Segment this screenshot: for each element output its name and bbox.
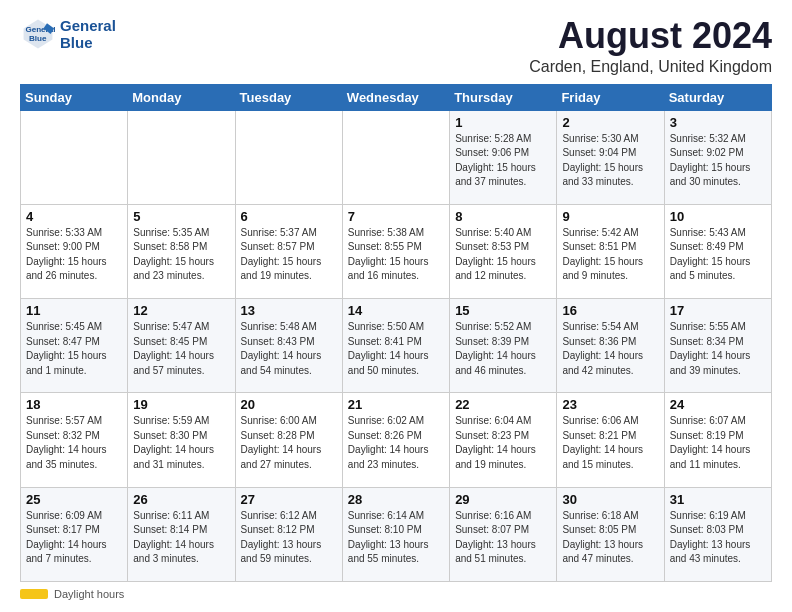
day-info: Sunrise: 6:11 AM Sunset: 8:14 PM Dayligh… — [133, 509, 229, 567]
day-info: Sunrise: 6:07 AM Sunset: 8:19 PM Dayligh… — [670, 414, 766, 472]
day-number: 21 — [348, 397, 444, 412]
calendar-week-row: 11Sunrise: 5:45 AM Sunset: 8:47 PM Dayli… — [21, 299, 772, 393]
day-number: 14 — [348, 303, 444, 318]
calendar-cell: 10Sunrise: 5:43 AM Sunset: 8:49 PM Dayli… — [664, 204, 771, 298]
calendar-cell: 1Sunrise: 5:28 AM Sunset: 9:06 PM Daylig… — [450, 110, 557, 204]
calendar-cell: 16Sunrise: 5:54 AM Sunset: 8:36 PM Dayli… — [557, 299, 664, 393]
day-number: 17 — [670, 303, 766, 318]
calendar-cell: 15Sunrise: 5:52 AM Sunset: 8:39 PM Dayli… — [450, 299, 557, 393]
calendar-cell: 24Sunrise: 6:07 AM Sunset: 8:19 PM Dayli… — [664, 393, 771, 487]
calendar-cell: 17Sunrise: 5:55 AM Sunset: 8:34 PM Dayli… — [664, 299, 771, 393]
day-number: 18 — [26, 397, 122, 412]
logo: General Blue General Blue — [20, 16, 116, 52]
page: General Blue General Blue August 2024 Ca… — [0, 0, 792, 612]
day-info: Sunrise: 6:06 AM Sunset: 8:21 PM Dayligh… — [562, 414, 658, 472]
calendar-week-row: 4Sunrise: 5:33 AM Sunset: 9:00 PM Daylig… — [21, 204, 772, 298]
calendar-week-row: 1Sunrise: 5:28 AM Sunset: 9:06 PM Daylig… — [21, 110, 772, 204]
day-number: 5 — [133, 209, 229, 224]
calendar-cell: 26Sunrise: 6:11 AM Sunset: 8:14 PM Dayli… — [128, 487, 235, 581]
title-block: August 2024 Carden, England, United King… — [529, 16, 772, 76]
daylight-bar-icon — [20, 589, 48, 599]
logo-icon: General Blue — [20, 16, 56, 52]
day-number: 2 — [562, 115, 658, 130]
day-number: 31 — [670, 492, 766, 507]
day-number: 11 — [26, 303, 122, 318]
calendar-cell — [21, 110, 128, 204]
calendar-day-header: Tuesday — [235, 84, 342, 110]
day-info: Sunrise: 5:40 AM Sunset: 8:53 PM Dayligh… — [455, 226, 551, 284]
calendar-day-header: Wednesday — [342, 84, 449, 110]
calendar-week-row: 18Sunrise: 5:57 AM Sunset: 8:32 PM Dayli… — [21, 393, 772, 487]
day-number: 28 — [348, 492, 444, 507]
calendar-cell: 12Sunrise: 5:47 AM Sunset: 8:45 PM Dayli… — [128, 299, 235, 393]
day-number: 30 — [562, 492, 658, 507]
calendar-cell: 6Sunrise: 5:37 AM Sunset: 8:57 PM Daylig… — [235, 204, 342, 298]
calendar-cell — [342, 110, 449, 204]
calendar-cell: 22Sunrise: 6:04 AM Sunset: 8:23 PM Dayli… — [450, 393, 557, 487]
calendar-day-header: Friday — [557, 84, 664, 110]
day-number: 22 — [455, 397, 551, 412]
calendar-cell: 31Sunrise: 6:19 AM Sunset: 8:03 PM Dayli… — [664, 487, 771, 581]
calendar-cell: 13Sunrise: 5:48 AM Sunset: 8:43 PM Dayli… — [235, 299, 342, 393]
day-info: Sunrise: 5:47 AM Sunset: 8:45 PM Dayligh… — [133, 320, 229, 378]
day-number: 1 — [455, 115, 551, 130]
logo-line1: General — [60, 17, 116, 34]
day-info: Sunrise: 5:57 AM Sunset: 8:32 PM Dayligh… — [26, 414, 122, 472]
day-info: Sunrise: 6:16 AM Sunset: 8:07 PM Dayligh… — [455, 509, 551, 567]
calendar-cell: 11Sunrise: 5:45 AM Sunset: 8:47 PM Dayli… — [21, 299, 128, 393]
day-info: Sunrise: 5:28 AM Sunset: 9:06 PM Dayligh… — [455, 132, 551, 190]
subtitle: Carden, England, United Kingdom — [529, 58, 772, 76]
calendar-cell: 30Sunrise: 6:18 AM Sunset: 8:05 PM Dayli… — [557, 487, 664, 581]
day-number: 8 — [455, 209, 551, 224]
day-number: 12 — [133, 303, 229, 318]
day-info: Sunrise: 6:09 AM Sunset: 8:17 PM Dayligh… — [26, 509, 122, 567]
day-info: Sunrise: 6:12 AM Sunset: 8:12 PM Dayligh… — [241, 509, 337, 567]
calendar: SundayMondayTuesdayWednesdayThursdayFrid… — [20, 84, 772, 582]
calendar-cell: 23Sunrise: 6:06 AM Sunset: 8:21 PM Dayli… — [557, 393, 664, 487]
footer-note: Daylight hours — [20, 588, 772, 600]
day-info: Sunrise: 5:42 AM Sunset: 8:51 PM Dayligh… — [562, 226, 658, 284]
day-info: Sunrise: 5:32 AM Sunset: 9:02 PM Dayligh… — [670, 132, 766, 190]
day-info: Sunrise: 5:48 AM Sunset: 8:43 PM Dayligh… — [241, 320, 337, 378]
calendar-cell: 14Sunrise: 5:50 AM Sunset: 8:41 PM Dayli… — [342, 299, 449, 393]
day-info: Sunrise: 6:14 AM Sunset: 8:10 PM Dayligh… — [348, 509, 444, 567]
day-number: 19 — [133, 397, 229, 412]
day-number: 4 — [26, 209, 122, 224]
day-number: 15 — [455, 303, 551, 318]
day-info: Sunrise: 6:19 AM Sunset: 8:03 PM Dayligh… — [670, 509, 766, 567]
day-number: 26 — [133, 492, 229, 507]
day-info: Sunrise: 5:52 AM Sunset: 8:39 PM Dayligh… — [455, 320, 551, 378]
calendar-cell: 28Sunrise: 6:14 AM Sunset: 8:10 PM Dayli… — [342, 487, 449, 581]
calendar-cell: 9Sunrise: 5:42 AM Sunset: 8:51 PM Daylig… — [557, 204, 664, 298]
calendar-cell: 3Sunrise: 5:32 AM Sunset: 9:02 PM Daylig… — [664, 110, 771, 204]
day-number: 13 — [241, 303, 337, 318]
day-info: Sunrise: 5:43 AM Sunset: 8:49 PM Dayligh… — [670, 226, 766, 284]
calendar-cell: 27Sunrise: 6:12 AM Sunset: 8:12 PM Dayli… — [235, 487, 342, 581]
header: General Blue General Blue August 2024 Ca… — [20, 16, 772, 76]
main-title: August 2024 — [529, 16, 772, 56]
calendar-day-header: Sunday — [21, 84, 128, 110]
calendar-cell: 18Sunrise: 5:57 AM Sunset: 8:32 PM Dayli… — [21, 393, 128, 487]
day-info: Sunrise: 5:38 AM Sunset: 8:55 PM Dayligh… — [348, 226, 444, 284]
day-number: 23 — [562, 397, 658, 412]
day-info: Sunrise: 5:45 AM Sunset: 8:47 PM Dayligh… — [26, 320, 122, 378]
day-number: 6 — [241, 209, 337, 224]
calendar-week-row: 25Sunrise: 6:09 AM Sunset: 8:17 PM Dayli… — [21, 487, 772, 581]
day-number: 3 — [670, 115, 766, 130]
calendar-cell: 29Sunrise: 6:16 AM Sunset: 8:07 PM Dayli… — [450, 487, 557, 581]
day-number: 25 — [26, 492, 122, 507]
day-number: 7 — [348, 209, 444, 224]
calendar-cell: 8Sunrise: 5:40 AM Sunset: 8:53 PM Daylig… — [450, 204, 557, 298]
daylight-label: Daylight hours — [54, 588, 124, 600]
day-number: 9 — [562, 209, 658, 224]
day-number: 16 — [562, 303, 658, 318]
day-number: 29 — [455, 492, 551, 507]
calendar-header-row: SundayMondayTuesdayWednesdayThursdayFrid… — [21, 84, 772, 110]
calendar-cell: 5Sunrise: 5:35 AM Sunset: 8:58 PM Daylig… — [128, 204, 235, 298]
day-info: Sunrise: 5:55 AM Sunset: 8:34 PM Dayligh… — [670, 320, 766, 378]
calendar-cell: 7Sunrise: 5:38 AM Sunset: 8:55 PM Daylig… — [342, 204, 449, 298]
calendar-day-header: Monday — [128, 84, 235, 110]
logo-line2: Blue — [60, 34, 116, 51]
calendar-cell — [128, 110, 235, 204]
day-info: Sunrise: 5:35 AM Sunset: 8:58 PM Dayligh… — [133, 226, 229, 284]
